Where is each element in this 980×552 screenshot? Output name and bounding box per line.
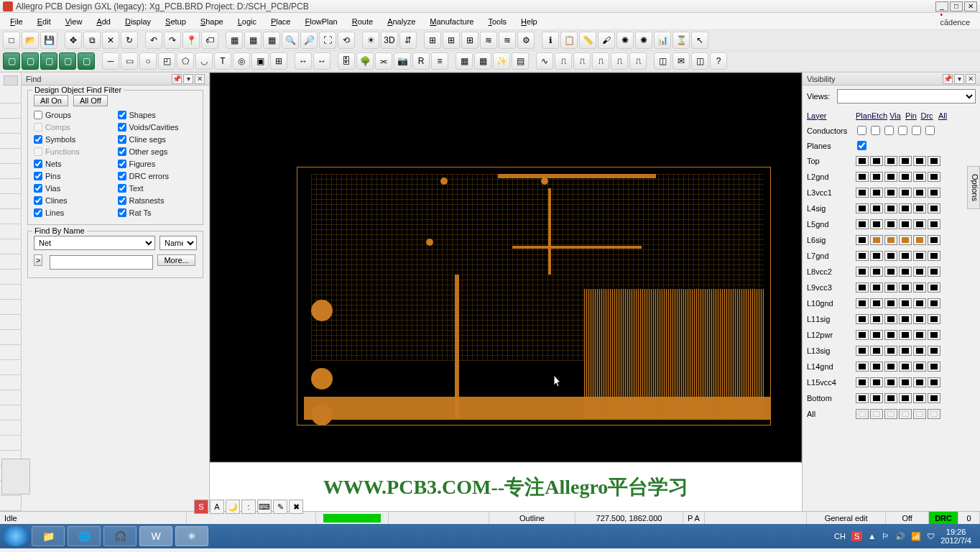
pin-icon[interactable]: 📌 [943,74,953,84]
corner-tools[interactable] [1,459,30,494]
layer-swatch[interactable] [884,251,897,261]
layer-swatch[interactable] [870,251,883,261]
start-button[interactable] [3,526,29,546]
layer-swatch[interactable] [884,346,897,356]
layer-swatch[interactable] [928,314,940,324]
filter-ratsnests[interactable]: Ratsnests [118,196,198,205]
pin-icon[interactable]: 📍 [182,32,200,49]
zoom-out-icon[interactable]: 🔎 [300,32,318,49]
layer-swatch[interactable] [928,330,940,340]
layer-swatch[interactable] [884,409,897,419]
layer-swatch[interactable] [928,203,940,213]
redo-icon[interactable]: ↷ [164,32,181,49]
layer-swatch[interactable] [928,219,940,229]
layer-swatch[interactable] [928,235,940,245]
layer-swatch[interactable] [913,219,926,229]
filter-drcerrors[interactable]: DRC errors [118,172,198,180]
tag-icon[interactable]: 🏷 [201,32,218,49]
layer-swatch[interactable] [870,188,883,198]
layer-swatch[interactable] [928,409,940,419]
ime-button[interactable]: ✖ [289,500,303,514]
layer-swatch[interactable] [899,267,912,277]
conductor-check[interactable] [912,126,921,135]
layer-header[interactable]: Layer [807,111,853,120]
layer-swatch[interactable] [884,314,897,324]
layer-swatch[interactable] [899,362,912,372]
shape5-icon[interactable]: ▢ [78,52,95,70]
layer-swatch[interactable] [856,330,869,340]
tray-lang[interactable]: CH [834,532,846,540]
layer-swatch[interactable] [913,377,926,387]
mail-icon[interactable]: ✉ [672,52,690,70]
layer-swatch[interactable] [913,172,926,182]
layer-swatch[interactable] [884,330,897,340]
layer-swatch[interactable] [899,203,912,213]
conductor-check[interactable] [871,126,880,135]
layer-swatch[interactable] [870,409,883,419]
layer-swatch[interactable] [899,377,912,387]
all-off-button[interactable]: All Off [73,95,108,106]
vis-col-via[interactable]: Via [887,111,903,120]
filter-check[interactable] [34,196,42,205]
menu-manufacture[interactable]: Manufacture [424,16,479,27]
minimize-button[interactable]: _ [935,1,948,12]
layer-swatch[interactable] [884,172,897,182]
filter-check[interactable] [34,135,42,144]
light1-icon[interactable]: ✺ [616,32,634,49]
tray-flag-icon[interactable]: 🏳 [882,532,889,540]
layers2-icon[interactable]: ≋ [499,32,516,49]
win2-icon[interactable]: ◫ [691,52,708,70]
visibility-panel-header[interactable]: Visibility 📌 ▾ ✕ [803,73,980,86]
net-icon[interactable]: ⫘ [375,52,392,70]
panel2-icon[interactable]: ▦ [474,52,491,70]
grid-c-icon[interactable]: ⊞ [461,32,479,49]
layer-swatch[interactable] [913,314,926,324]
comp-icon[interactable]: ⊞ [270,52,287,70]
poly-icon[interactable]: ⬠ [177,52,194,70]
tray-network-icon[interactable]: 📶 [911,532,921,541]
line-icon[interactable]: ─ [102,52,119,70]
layer-swatch[interactable] [884,219,897,229]
conductor-check[interactable] [884,126,894,135]
conductor-check[interactable] [857,126,866,135]
tray-up-icon[interactable]: ▲ [868,532,876,540]
vis-col-plan[interactable]: Plan [856,111,872,120]
shape2-icon[interactable]: ▢ [22,52,39,70]
layer-swatch[interactable] [856,267,869,277]
dim2-icon[interactable]: ↔ [313,52,330,70]
layer-swatch[interactable] [913,235,926,245]
zoom-in-icon[interactable]: 🔍 [282,32,299,49]
text-icon[interactable]: T [214,52,231,70]
filter-pins[interactable]: Pins [34,172,114,180]
dim1-icon[interactable]: ↔ [295,52,312,70]
constraint-icon[interactable]: ⚙ [517,32,535,49]
layer-swatch[interactable] [913,203,926,213]
status-drc[interactable]: DRC [929,512,958,524]
via-icon[interactable]: ◎ [233,52,250,70]
layer-swatch[interactable] [884,235,897,245]
ime-button[interactable]: : [241,500,256,514]
filter-text[interactable]: Text [118,184,198,193]
layer-swatch[interactable] [870,377,883,387]
win1-icon[interactable]: ◫ [654,52,671,70]
layer-swatch[interactable] [870,393,883,403]
layer-swatch[interactable] [899,330,912,340]
new-icon[interactable]: □ [3,32,20,49]
sig1-icon[interactable]: ⎍ [555,52,572,70]
chip-icon[interactable]: ▤ [512,52,529,70]
layer-swatch[interactable] [899,235,912,245]
help-icon[interactable]: ? [710,52,727,70]
layer-swatch[interactable] [913,362,926,372]
save-icon[interactable]: 💾 [40,32,57,49]
db-icon[interactable]: 🗄 [338,52,355,70]
status-pa[interactable]: P A [683,512,705,524]
layer-swatch[interactable] [884,377,897,387]
expand-button[interactable]: > [34,254,42,266]
layer-swatch[interactable] [870,298,883,308]
arc-icon[interactable]: ◡ [195,52,213,70]
sig3-icon[interactable]: ⎍ [592,52,609,70]
rect-icon[interactable]: ▭ [121,52,138,70]
tray-shield-icon[interactable]: 🛡 [927,532,935,540]
layer-swatch[interactable] [899,282,912,293]
layer-swatch[interactable] [899,172,912,182]
